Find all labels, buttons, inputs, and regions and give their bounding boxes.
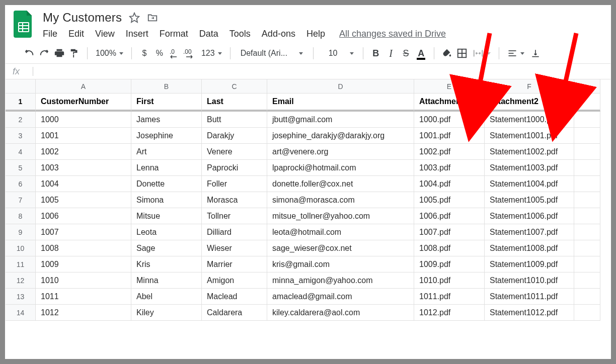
sheets-logo-icon[interactable] [14, 11, 34, 38]
merge-cells-button[interactable] [471, 46, 493, 60]
header-cell[interactable]: First [131, 94, 202, 112]
data-cell[interactable]: minna_amigon@yahoo.com [267, 272, 414, 289]
data-cell[interactable] [574, 240, 600, 256]
menu-format[interactable]: Format [160, 29, 188, 39]
borders-button[interactable] [455, 46, 469, 60]
data-cell[interactable]: art@venere.org [267, 144, 414, 160]
column-header[interactable] [574, 79, 600, 94]
data-cell[interactable]: Donette [131, 176, 202, 192]
header-cell[interactable]: Last [202, 94, 267, 112]
header-cell[interactable]: Attachment2 [485, 94, 574, 112]
data-cell[interactable]: 1009.pdf [414, 256, 485, 272]
data-cell[interactable]: 1003 [36, 160, 131, 176]
data-cell[interactable] [574, 160, 600, 176]
data-cell[interactable]: Wieser [202, 240, 267, 256]
data-cell[interactable]: Caldarera [202, 305, 267, 321]
data-cell[interactable]: Statement1002.pdf [485, 144, 574, 160]
menu-data[interactable]: Data [199, 29, 218, 39]
italic-button[interactable]: I [384, 46, 398, 60]
menu-edit[interactable]: Edit [68, 29, 84, 39]
data-cell[interactable]: Venere [202, 144, 267, 160]
data-cell[interactable] [574, 144, 600, 160]
format-percent-button[interactable]: % [153, 46, 166, 60]
data-cell[interactable]: Foller [202, 176, 267, 192]
data-cell[interactable]: 1010 [36, 272, 131, 289]
data-cell[interactable] [574, 305, 600, 321]
data-cell[interactable]: 1008.pdf [414, 240, 485, 256]
data-cell[interactable]: Statement1001.pdf [485, 128, 574, 144]
data-cell[interactable]: kris@gmail.com [267, 256, 414, 272]
row-header[interactable]: 10 [6, 240, 36, 256]
data-cell[interactable]: Statement1005.pdf [485, 192, 574, 208]
data-cell[interactable]: 1006.pdf [414, 208, 485, 224]
data-cell[interactable]: Leota [131, 224, 202, 240]
menu-help[interactable]: Help [306, 29, 325, 39]
undo-icon[interactable] [23, 46, 36, 60]
column-header[interactable]: E [414, 79, 485, 94]
data-cell[interactable]: Statement1008.pdf [485, 240, 574, 256]
doc-title[interactable]: My Customers [43, 11, 122, 25]
data-cell[interactable]: 1004 [36, 176, 131, 192]
text-color-button[interactable]: A [415, 46, 428, 60]
print-icon[interactable] [53, 46, 66, 60]
fill-color-button[interactable] [440, 46, 453, 60]
data-cell[interactable]: Statement1012.pdf [485, 305, 574, 321]
data-cell[interactable]: 1000 [36, 112, 131, 128]
data-cell[interactable]: Statement1011.pdf [485, 289, 574, 305]
spreadsheet-grid[interactable]: ABCDEF1CustomerNumberFirstLastEmailAttac… [6, 79, 610, 321]
font-family-dropdown[interactable]: Default (Ari... [237, 46, 307, 60]
data-cell[interactable]: Art [131, 144, 202, 160]
data-cell[interactable]: 1002 [36, 144, 131, 160]
data-cell[interactable]: Statement1006.pdf [485, 208, 574, 224]
menu-file[interactable]: File [43, 29, 57, 39]
data-cell[interactable]: Darakjy [202, 128, 267, 144]
data-cell[interactable]: Morasca [202, 192, 267, 208]
row-header[interactable]: 6 [6, 176, 36, 192]
data-cell[interactable]: 1010.pdf [414, 272, 485, 289]
paint-format-icon[interactable] [68, 46, 81, 60]
data-cell[interactable]: 1012 [36, 305, 131, 321]
data-cell[interactable]: Statement1007.pdf [485, 224, 574, 240]
data-cell[interactable] [574, 256, 600, 272]
data-cell[interactable] [574, 208, 600, 224]
star-icon[interactable] [129, 12, 140, 23]
data-cell[interactable]: 1003.pdf [414, 160, 485, 176]
row-header[interactable]: 8 [6, 208, 36, 224]
data-cell[interactable]: Statement1010.pdf [485, 272, 574, 289]
data-cell[interactable]: Simona [131, 192, 202, 208]
data-cell[interactable] [574, 128, 600, 144]
column-header[interactable]: F [485, 79, 574, 94]
menu-addons[interactable]: Add-ons [262, 29, 295, 39]
data-cell[interactable]: 1009 [36, 256, 131, 272]
menu-tools[interactable]: Tools [229, 29, 251, 39]
row-header[interactable]: 9 [6, 224, 36, 240]
data-cell[interactable]: 1006 [36, 208, 131, 224]
data-cell[interactable]: Sage [131, 240, 202, 256]
row-header[interactable]: 3 [6, 128, 36, 144]
horizontal-align-button[interactable] [505, 46, 526, 60]
row-header[interactable]: 14 [6, 305, 36, 321]
data-cell[interactable]: josephine_darakjy@darakjy.org [267, 128, 414, 144]
row-header[interactable]: 2 [6, 112, 36, 128]
formula-input[interactable] [38, 64, 605, 79]
data-cell[interactable]: 1007.pdf [414, 224, 485, 240]
data-cell[interactable]: 1011 [36, 289, 131, 305]
data-cell[interactable]: Dilliard [202, 224, 267, 240]
menu-view[interactable]: View [95, 29, 115, 39]
data-cell[interactable]: donette.foller@cox.net [267, 176, 414, 192]
data-cell[interactable]: kiley.caldarera@aol.com [267, 305, 414, 321]
data-cell[interactable]: simona@morasca.com [267, 192, 414, 208]
data-cell[interactable]: 1007 [36, 224, 131, 240]
data-cell[interactable]: Lenna [131, 160, 202, 176]
column-header[interactable]: D [267, 79, 414, 94]
data-cell[interactable]: 1001.pdf [414, 128, 485, 144]
data-cell[interactable]: sage_wieser@cox.net [267, 240, 414, 256]
data-cell[interactable]: Tollner [202, 208, 267, 224]
header-cell[interactable] [574, 94, 600, 112]
select-all-corner[interactable] [6, 79, 36, 94]
data-cell[interactable]: Marrier [202, 256, 267, 272]
row-header[interactable]: 11 [6, 256, 36, 272]
data-cell[interactable]: 1011.pdf [414, 289, 485, 305]
data-cell[interactable]: 1008 [36, 240, 131, 256]
data-cell[interactable] [574, 176, 600, 192]
